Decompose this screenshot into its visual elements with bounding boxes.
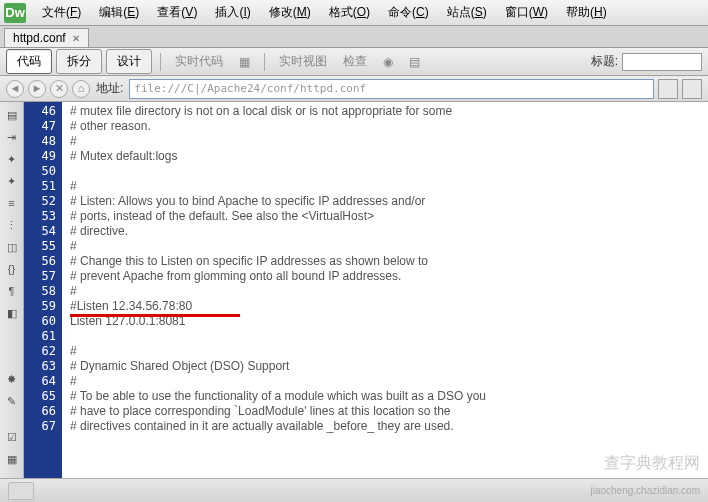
stop-button[interactable]: ✕ [50, 80, 68, 98]
highlight-underline [70, 314, 240, 317]
title-label: 标题: [591, 53, 618, 70]
tool-snippet-icon[interactable]: ◧ [3, 304, 21, 322]
home-button[interactable]: ⌂ [72, 80, 90, 98]
tool-outdent-icon[interactable]: ◫ [3, 238, 21, 256]
address-label: 地址: [96, 80, 123, 97]
tool-validate-icon[interactable]: ☑ [3, 428, 21, 446]
separator [160, 53, 161, 71]
menu-w[interactable]: 窗口(W) [497, 1, 556, 24]
tab-httpd-conf[interactable]: httpd.conf ✕ [4, 28, 89, 47]
menu-c[interactable]: 命令(C) [380, 1, 437, 24]
address-input[interactable] [129, 79, 654, 99]
code-toolbar: ▤ ⇥ ✦ ✦ ≡ ⋮ ◫ {} ¶ ◧ ✸ ✎ ☑ ▦ [0, 102, 24, 502]
tool-expand-icon[interactable]: ✦ [3, 150, 21, 168]
options-button[interactable] [682, 79, 702, 99]
menu-s[interactable]: 站点(S) [439, 1, 495, 24]
tool-collapse-icon[interactable]: ⇥ [3, 128, 21, 146]
tool-syntax-icon[interactable]: ✎ [3, 392, 21, 410]
close-icon[interactable]: ✕ [72, 33, 80, 44]
tool-open-icon[interactable]: ▤ [3, 106, 21, 124]
tool-select-icon[interactable]: ✦ [3, 172, 21, 190]
view-toolbar: 代码 拆分 设计 实时代码 ▦ 实时视图 检查 ◉ ▤ 标题: [0, 48, 708, 76]
address-toolbar: ◄ ► ✕ ⌂ 地址: [0, 76, 708, 102]
live-code-icon[interactable]: ▦ [233, 53, 256, 71]
menu-bar: 文件(F)编辑(E)查看(V)插入(I)修改(M)格式(O)命令(C)站点(S)… [34, 1, 615, 24]
view-design-button[interactable]: 设计 [106, 49, 152, 74]
status-tab[interactable] [8, 482, 34, 500]
tab-label: httpd.conf [13, 31, 66, 45]
tool-wrap-icon[interactable]: ¶ [3, 282, 21, 300]
view-code-button[interactable]: 代码 [6, 49, 52, 74]
back-button[interactable]: ◄ [6, 80, 24, 98]
inspect-button[interactable]: 检查 [337, 51, 373, 72]
menu-f[interactable]: 文件(F) [34, 1, 89, 24]
tool-format-icon[interactable]: ▦ [3, 450, 21, 468]
menu-o[interactable]: 格式(O) [321, 1, 378, 24]
menu-m[interactable]: 修改(M) [261, 1, 319, 24]
live-view-button[interactable]: 实时视图 [273, 51, 333, 72]
tool-comment-icon[interactable]: {} [3, 260, 21, 278]
menu-i[interactable]: 插入(I) [207, 1, 258, 24]
tool-icon[interactable]: ◉ [377, 53, 399, 71]
title-bar: Dw 文件(F)编辑(E)查看(V)插入(I)修改(M)格式(O)命令(C)站点… [0, 0, 708, 26]
line-gutter: 46 47 48 49 50 51 52 53 54 55 56 57 58 5… [24, 102, 62, 502]
menu-h[interactable]: 帮助(H) [558, 1, 615, 24]
title-input[interactable] [622, 53, 702, 71]
tool-icon[interactable]: ▤ [403, 53, 426, 71]
tool-line-icon[interactable]: ≡ [3, 194, 21, 212]
live-code-button[interactable]: 实时代码 [169, 51, 229, 72]
forward-button[interactable]: ► [28, 80, 46, 98]
menu-v[interactable]: 查看(V) [149, 1, 205, 24]
refresh-button[interactable] [658, 79, 678, 99]
document-tabs: httpd.conf ✕ [0, 26, 708, 48]
tool-highlight-icon[interactable]: ✸ [3, 370, 21, 388]
status-bar [0, 478, 708, 502]
menu-e[interactable]: 编辑(E) [91, 1, 147, 24]
editor-area: ▤ ⇥ ✦ ✦ ≡ ⋮ ◫ {} ¶ ◧ ✸ ✎ ☑ ▦ 46 47 48 49… [0, 102, 708, 502]
tool-indent-icon[interactable]: ⋮ [3, 216, 21, 234]
view-split-button[interactable]: 拆分 [56, 49, 102, 74]
code-editor[interactable]: # mutex file directory is not on a local… [62, 102, 708, 502]
app-logo: Dw [4, 3, 26, 23]
separator [264, 53, 265, 71]
